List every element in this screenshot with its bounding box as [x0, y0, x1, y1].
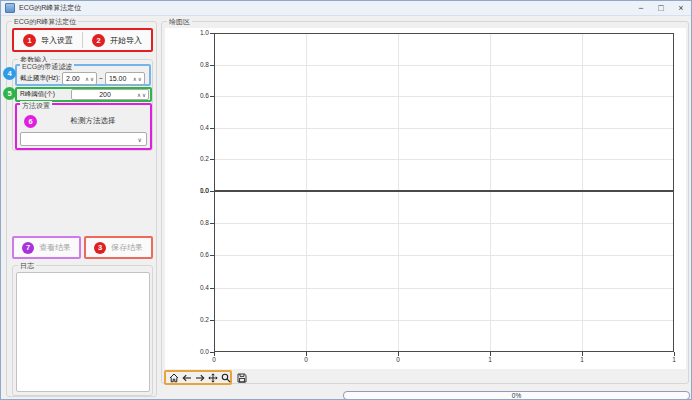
- plot-ytm: [210, 223, 214, 224]
- bandpass-group-label: ECG的带通滤波: [20, 62, 74, 71]
- badge-2: 2: [92, 34, 105, 47]
- import-settings-label: 导入设置: [41, 35, 73, 46]
- rpeak-annotation-box: R峰阈值(个) ∧∨: [15, 87, 152, 102]
- range-separator: ~: [99, 75, 103, 82]
- plot-ylab: 0.6: [179, 251, 209, 258]
- bandpass-annotation-box: ECG的带通滤波 截止频率(Hz): ∧∨ ~ ∧∨: [15, 64, 151, 86]
- badge-5: 5: [3, 87, 16, 100]
- app-icon: [5, 3, 15, 13]
- high-cutoff-spinbox[interactable]: ∧∨: [105, 72, 145, 85]
- badge-4: 4: [3, 67, 16, 80]
- badge-1: 1: [23, 34, 36, 47]
- plot-ytm: [210, 255, 214, 256]
- plot-ytm: [210, 96, 214, 97]
- view-results-annotation-box: 7 查看结果: [12, 236, 81, 259]
- close-button[interactable]: ×: [671, 1, 691, 15]
- import-settings-button[interactable]: 1 导入设置: [14, 30, 82, 50]
- zoom-icon[interactable]: [221, 372, 231, 383]
- plot-panel-group: 绘图区 0001111.00.80.60.40.20.01.00.80.60.4…: [161, 21, 689, 384]
- title-bar: ECG的R峰算法定位 − □ ×: [1, 1, 691, 16]
- forward-arrow-icon[interactable]: [195, 372, 205, 383]
- plot-ylab: 0.2: [179, 316, 209, 323]
- plot-ytm: [210, 320, 214, 321]
- plot-ylab: 0.0: [179, 348, 209, 355]
- plot-figure[interactable]: 0001111.00.80.60.40.20.01.00.80.60.40.20…: [165, 28, 686, 369]
- rpeak-input[interactable]: [72, 91, 135, 98]
- home-icon[interactable]: [169, 372, 179, 383]
- badge-7: 7: [22, 242, 34, 254]
- plot-ylab: 0.4: [179, 124, 209, 131]
- plot-ytm: [210, 288, 214, 289]
- left-panel-group-label: ECG的R峰算法定位: [12, 17, 78, 26]
- left-panel-group: ECG的R峰算法定位 1 导入设置 2 开始导入 参数输入 4 5: [6, 21, 157, 397]
- badge-3: 3: [94, 242, 106, 254]
- plot-xlab: 0: [390, 356, 406, 363]
- low-cutoff-spinbox[interactable]: ∧∨: [62, 72, 97, 85]
- badge-6: 6: [24, 115, 37, 128]
- plot-ytm: [210, 33, 214, 34]
- high-cutoff-input[interactable]: [106, 75, 131, 82]
- plot-ylab: 0.8: [179, 61, 209, 68]
- cutoff-label: 截止频率(Hz):: [20, 74, 60, 83]
- params-group: 参数输入 4 5 ECG的带通滤波 截止频率(Hz): ∧∨ ~ ∧∨: [12, 59, 153, 151]
- plot-panel-group-label: 绘图区: [167, 17, 192, 26]
- plot-ylab: 1.0: [179, 29, 209, 36]
- plot-xlab: 1: [666, 356, 682, 363]
- plot-ytm: [210, 65, 214, 66]
- save-figure-icon[interactable]: [237, 372, 247, 383]
- log-group: 日志: [12, 265, 153, 396]
- plot-ytm: [210, 191, 214, 192]
- plot-ylab: 0.8: [179, 219, 209, 226]
- rpeak-label: R峰阈值(个): [20, 90, 55, 99]
- window-title: ECG的R峰算法定位: [19, 3, 81, 13]
- spin-arrows-icon[interactable]: ∧∨: [135, 92, 148, 98]
- maximize-button[interactable]: □: [651, 1, 671, 15]
- spin-arrows-icon[interactable]: ∧∨: [131, 76, 144, 82]
- dropdown-chevron-icon[interactable]: ∨: [138, 136, 146, 143]
- method-annotation-box: 方法设置 6 检测方法选择 ∨: [15, 103, 152, 150]
- save-results-annotation-box: 3 保存结果: [84, 236, 153, 259]
- plot-ytm: [210, 128, 214, 129]
- method-hint: 检测方法选择: [43, 116, 143, 126]
- save-results-label: 保存结果: [111, 242, 143, 253]
- view-results-button[interactable]: 7 查看结果: [14, 238, 79, 257]
- log-group-label: 日志: [18, 261, 36, 270]
- minimize-button[interactable]: −: [631, 1, 651, 15]
- start-import-label: 开始导入: [110, 35, 142, 46]
- plot-xlab: 0: [298, 356, 314, 363]
- plot-xlab: 1: [482, 356, 498, 363]
- plot-toolbar: [164, 370, 232, 385]
- spin-arrows-icon[interactable]: ∧∨: [83, 76, 96, 82]
- plot-ytm: [210, 352, 214, 353]
- start-import-button[interactable]: 2 开始导入: [83, 30, 151, 50]
- rpeak-spinbox[interactable]: ∧∨: [71, 89, 149, 100]
- view-results-label: 查看结果: [39, 242, 71, 253]
- plot-ylab: 0.6: [179, 92, 209, 99]
- save-results-button[interactable]: 3 保存结果: [86, 238, 151, 257]
- plot-ylab: 1.0: [179, 187, 209, 194]
- log-textarea[interactable]: [16, 272, 150, 392]
- back-arrow-icon[interactable]: [182, 372, 192, 383]
- plot-ylab: 0.4: [179, 284, 209, 291]
- progress-bar: 0%: [343, 391, 690, 400]
- low-cutoff-input[interactable]: [63, 75, 83, 82]
- plot-axes: [214, 33, 674, 191]
- plot-ytm: [210, 159, 214, 160]
- plot-ylab: 0.2: [179, 155, 209, 162]
- plot-axes: [214, 191, 674, 352]
- method-combobox[interactable]: ∨: [20, 132, 147, 146]
- import-annotation-box: 1 导入设置 2 开始导入: [12, 28, 153, 52]
- method-group-label: 方法设置: [20, 101, 52, 110]
- plot-xlab: 1: [574, 356, 590, 363]
- plot-xlab: 0: [206, 356, 222, 363]
- pan-icon[interactable]: [208, 372, 218, 383]
- app-window: ECG的R峰算法定位 − □ × ECG的R峰算法定位 1 导入设置 2 开始导…: [0, 0, 692, 400]
